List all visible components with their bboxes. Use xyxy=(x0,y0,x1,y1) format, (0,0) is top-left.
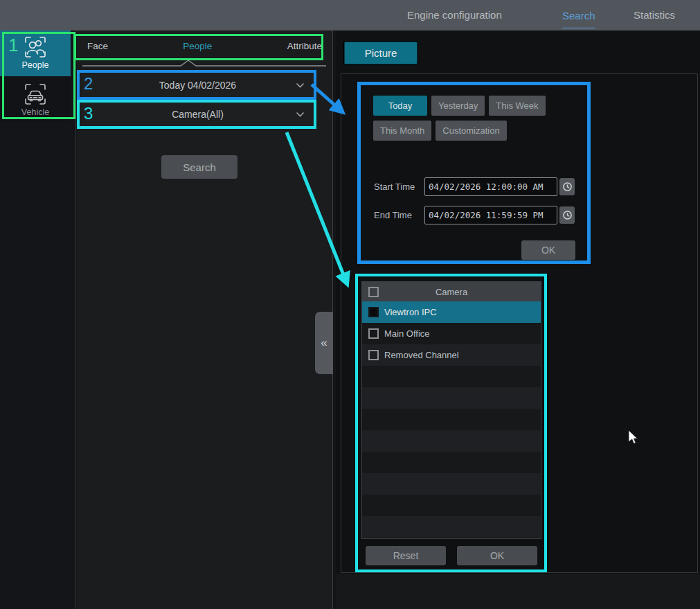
date-time-picker-popup: Today Yesterday This Week This Month Cus… xyxy=(357,82,591,264)
camera-name: Removed Channel xyxy=(384,350,459,360)
camera-row-main-office[interactable]: Main Office xyxy=(362,323,541,344)
collapse-glyph: « xyxy=(321,336,327,350)
vehicle-icon xyxy=(24,82,47,106)
menu-engine-configuration[interactable]: Engine configuration xyxy=(407,0,502,30)
search-filter-panel: Face People Attribute Today 04/02/2026 C… xyxy=(77,30,332,609)
camera-name: Viewtron IPC xyxy=(384,307,437,317)
camera-row-empty xyxy=(362,366,541,387)
quick-this-week-button[interactable]: This Week xyxy=(489,96,545,116)
camera-row-empty xyxy=(362,430,541,452)
end-time-label: End Time xyxy=(374,210,424,220)
camera-row-empty xyxy=(362,387,541,409)
quick-today-button[interactable]: Today xyxy=(373,96,427,116)
select-all-checkbox[interactable] xyxy=(368,287,379,297)
clock-icon xyxy=(562,182,573,192)
picture-tab-button[interactable]: Picture xyxy=(344,42,418,64)
camera-row-removed-channel[interactable]: Removed Channel xyxy=(362,344,541,366)
date-range-value: Today 04/02/2026 xyxy=(159,80,236,91)
top-menu-bar: Engine configuration Search Statistics xyxy=(0,0,700,30)
start-time-label: Start Time xyxy=(374,182,424,192)
camera-row-empty xyxy=(362,495,541,516)
end-time-clock-button[interactable] xyxy=(559,206,575,224)
camera-row-empty xyxy=(362,473,541,495)
category-sidebar: People Vehicle xyxy=(0,30,76,609)
camera-row-empty xyxy=(362,409,541,430)
chevron-down-icon xyxy=(296,82,305,89)
date-panel-ok-button[interactable]: OK xyxy=(521,240,575,260)
chevron-down-icon xyxy=(296,112,305,118)
tab-attribute[interactable]: Attribute xyxy=(287,41,322,51)
quick-yesterday-button[interactable]: Yesterday xyxy=(431,96,485,116)
clock-icon xyxy=(562,210,573,220)
camera-list-header: Camera xyxy=(362,282,541,301)
quick-customization-button[interactable]: Customization xyxy=(436,121,506,141)
tab-face[interactable]: Face xyxy=(87,41,108,51)
people-icon xyxy=(24,35,47,59)
camera-reset-button[interactable]: Reset xyxy=(366,546,446,565)
camera-name: Main Office xyxy=(384,328,430,339)
sidebar-item-label: Vehicle xyxy=(0,107,71,117)
start-time-clock-button[interactable] xyxy=(559,178,575,195)
camera-ok-button[interactable]: OK xyxy=(457,546,537,565)
menu-search[interactable]: Search xyxy=(562,2,595,28)
end-time-field[interactable] xyxy=(424,206,557,224)
camera-row-empty xyxy=(362,516,541,538)
camera-checkbox[interactable] xyxy=(368,328,379,339)
tab-people[interactable]: People xyxy=(183,41,212,51)
camera-list: Camera Viewtron IPC Main Office Removed … xyxy=(361,281,541,539)
app-window: Engine configuration Search Statistics P… xyxy=(0,0,700,609)
start-time-field[interactable] xyxy=(424,177,557,196)
collapse-panel-handle[interactable]: « xyxy=(315,312,333,374)
camera-dropdown[interactable]: Camera(All) xyxy=(82,103,314,126)
camera-column-header: Camera xyxy=(362,287,541,297)
camera-checkbox[interactable] xyxy=(368,350,379,360)
camera-row-empty xyxy=(362,452,541,473)
sidebar-item-people[interactable]: People xyxy=(0,30,71,76)
results-panel: Picture Today Yesterday This Week This M… xyxy=(336,30,700,609)
camera-checkbox[interactable] xyxy=(368,307,379,317)
search-tabs: Face People Attribute xyxy=(77,30,332,61)
sidebar-item-label: People xyxy=(0,60,71,70)
camera-dropdown-value: Camera(All) xyxy=(172,109,224,120)
search-button[interactable]: Search xyxy=(161,155,237,179)
menu-statistics[interactable]: Statistics xyxy=(634,0,675,30)
tab-indicator-caret xyxy=(80,58,328,68)
camera-row-viewtron-ipc[interactable]: Viewtron IPC xyxy=(362,301,541,323)
results-footer-strip xyxy=(336,574,700,609)
quick-this-month-button[interactable]: This Month xyxy=(373,121,431,141)
date-range-dropdown[interactable]: Today 04/02/2026 xyxy=(82,73,314,98)
camera-picker-popup: Camera Viewtron IPC Main Office Removed … xyxy=(355,274,547,572)
sidebar-item-vehicle[interactable]: Vehicle xyxy=(0,78,71,122)
quick-date-buttons: Today Yesterday This Week This Month Cus… xyxy=(373,96,581,141)
